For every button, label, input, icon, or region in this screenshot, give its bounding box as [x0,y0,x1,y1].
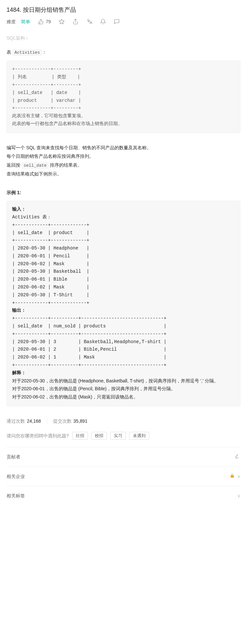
intro-line: 表 Activities： [7,48,240,56]
submit-stat: 提交次数35,891 [53,417,88,425]
problem-title: 1484. 按日期分组销售产品 [7,5,240,15]
star-icon [59,19,65,25]
contributor-section[interactable]: 贡献者 [7,447,240,466]
sql-schema-link[interactable]: SQL架构 [7,34,28,42]
lock-icon [230,473,235,478]
favorite-button[interactable] [59,19,65,25]
translate-button[interactable] [86,19,92,25]
survey-opt-social[interactable]: 社招 [72,432,88,440]
pass-stat: 通过次数24,168 [7,417,41,425]
share-button[interactable] [72,19,78,25]
meta-row: 难度 简单 79 [7,18,240,25]
translate-icon [86,19,92,25]
feedback-button[interactable] [114,19,120,25]
stats-row: 通过次数24,168 提交次数35,891 [7,417,240,425]
notification-button[interactable] [100,19,106,25]
difficulty-label: 难度 [7,19,16,24]
task-description: 编写一个 SQL 查询来查找每个日期、销售的不同产品的数量及其名称。 每个日期的… [7,144,240,178]
example-code-block: 输入： Activities 表： +------------+--------… [7,201,240,406]
sort-col-code: sell_date [22,162,49,169]
bell-icon [100,19,106,25]
survey-prompt: 请问您在哪类招聘中遇到此题? [7,432,69,439]
example-heading: 示例 1: [7,189,240,196]
feedback-icon [114,19,120,25]
thumbs-up-icon [38,19,44,25]
like-count: 79 [46,18,51,25]
chevron-down-icon: ∨ [237,492,240,499]
companies-section[interactable]: 相关企业 ∨ [7,467,240,486]
separator [47,418,47,424]
survey-row: 请问您在哪类招聘中遇到此题? 社招 校招 实习 未遇到 [7,432,240,440]
schema-code-block: +-------------+---------+ | 列名 | 类型 | +-… [7,61,240,133]
leetcode-icon [233,453,240,461]
share-icon [72,19,78,25]
survey-opt-intern[interactable]: 实习 [110,432,126,440]
chevron-down-icon: ∨ [236,474,240,479]
difficulty-value: 简单 [21,19,30,24]
survey-opt-campus[interactable]: 校招 [91,432,107,440]
tags-section[interactable]: 相关标签 ∨ [7,486,240,505]
like-button[interactable]: 79 [38,18,51,25]
difficulty: 难度 简单 [7,18,30,25]
survey-opt-none[interactable]: 未遇到 [129,432,149,440]
table-name-code: Activities [12,49,42,56]
